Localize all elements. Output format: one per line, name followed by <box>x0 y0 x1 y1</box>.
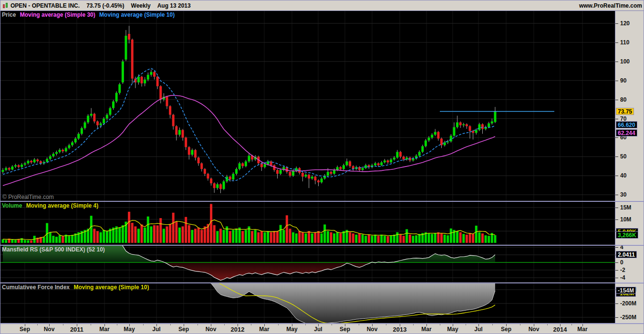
candle <box>333 170 335 174</box>
candle <box>118 84 121 93</box>
volume-bar <box>444 235 446 243</box>
candle <box>289 172 291 176</box>
x-tick-label: Jul <box>308 326 329 333</box>
candle <box>390 159 392 162</box>
volume-bar <box>481 233 484 243</box>
x-tick-label: Nov <box>200 326 221 333</box>
candle <box>301 173 304 177</box>
volume-bar <box>188 225 190 243</box>
candle <box>182 130 184 137</box>
volume-bar <box>166 226 168 243</box>
panel-separator[interactable] <box>0 323 644 324</box>
x-minor-tick-mark <box>63 324 63 325</box>
mansfield-panel-legend: Mansfield RS (S&P 500 INDEX) (52 10) <box>2 246 107 253</box>
volume-bar <box>295 233 298 243</box>
volume-bar <box>144 228 146 243</box>
candle <box>280 170 282 174</box>
price-scale-column[interactable]: 1201101009080706050403015M10M5M420-2-4-1… <box>615 11 644 324</box>
ma10-legend[interactable]: Moving average (Simple 10) <box>99 11 175 18</box>
candle <box>200 163 203 169</box>
cfi-value-badge: -154M <box>616 287 636 294</box>
cfi-ma-legend[interactable]: Moving average (Simple 10) <box>73 284 149 291</box>
y-tick-mark <box>615 62 618 62</box>
candle <box>153 72 156 77</box>
candle <box>235 169 238 174</box>
x-tick-label: 2014 <box>550 326 571 333</box>
volume-bar <box>286 215 288 243</box>
candle <box>308 175 310 178</box>
y-tick-label: -2 <box>620 267 625 273</box>
candle <box>103 119 105 124</box>
candle <box>65 148 67 151</box>
volume-bar <box>169 224 171 243</box>
y-tick-mark <box>615 219 618 220</box>
volume-bar <box>103 230 105 243</box>
y-tick-label: 80 <box>620 96 626 103</box>
candle <box>68 145 70 148</box>
volume-bar <box>245 230 247 243</box>
y-tick-mark <box>615 42 618 43</box>
volume-bar <box>292 232 294 243</box>
y-tick-mark <box>615 208 618 208</box>
volume-chart-canvas[interactable]: Volume Moving average (Simple 4) <box>0 202 615 245</box>
candlestick-icon <box>2 2 9 9</box>
candle <box>330 172 332 174</box>
x-tick-label: Sep <box>496 326 517 333</box>
title-bar: OPEN - OPENTABLE INC. 73.75 (-0.45%) Wee… <box>0 0 644 11</box>
ma30-legend[interactable]: Moving average (Simple 30) <box>20 11 95 18</box>
volume-bar <box>355 235 357 243</box>
price-chart-canvas[interactable]: Price Moving average (Simple 30) Moving … <box>0 11 615 201</box>
mansfield-chart-canvas[interactable]: Mansfield RS (S&P 500 INDEX) (52 10) <box>0 246 615 282</box>
volume-bar <box>415 235 417 243</box>
y-tick-mark <box>615 81 618 81</box>
candle <box>314 177 316 180</box>
price-plot[interactable] <box>0 11 615 201</box>
volume-bar <box>270 232 272 243</box>
volume-bar <box>59 235 61 243</box>
candle <box>52 154 54 156</box>
panel-separator[interactable] <box>0 245 644 246</box>
x-tick-label: Jul <box>146 326 167 333</box>
volume-bar <box>156 225 159 243</box>
x-minor-tick-mark <box>520 324 520 325</box>
candle <box>494 112 496 122</box>
time-axis[interactable]: SepNov2011MarMayJulSepNov2012MarMayJulSe… <box>0 324 644 334</box>
y-tick-label: 110 <box>620 39 629 46</box>
x-tick-label: Nov <box>39 326 60 333</box>
volume-bar <box>368 235 370 243</box>
volume-bar <box>260 231 263 243</box>
price-value-badge: 73.75 <box>616 108 634 115</box>
candle <box>59 150 61 152</box>
volume-bar <box>339 233 342 243</box>
candle <box>346 161 348 165</box>
candle <box>5 168 7 170</box>
cfi-panel-legend: Cumulativee Force Index Moving average (… <box>2 284 151 291</box>
x-minor-tick-mark <box>197 324 198 325</box>
panel-separator[interactable] <box>0 282 644 283</box>
cfi-chart-canvas[interactable]: Cumulativee Force Index Moving average (… <box>0 283 615 323</box>
x-tick-label: Sep <box>14 326 35 333</box>
y-tick-mark <box>615 100 618 100</box>
candle <box>216 184 218 188</box>
volume-bar <box>141 224 143 243</box>
candle <box>396 152 398 157</box>
candle <box>327 172 329 176</box>
volume-bar <box>200 230 203 243</box>
x-minor-tick-mark <box>440 324 440 325</box>
volume-ma-legend[interactable]: Moving average (Simple 4) <box>26 202 98 209</box>
candle <box>147 75 149 80</box>
x-minor-tick-mark <box>117 324 117 325</box>
candle <box>481 124 484 129</box>
timeframe-label[interactable]: Weekly <box>131 2 151 9</box>
volume-bar <box>405 229 408 243</box>
volume-bar <box>11 240 13 243</box>
y-tick-mark <box>615 317 618 318</box>
candle <box>156 77 159 86</box>
candle <box>232 174 234 179</box>
candle <box>83 122 86 128</box>
candle <box>305 175 307 177</box>
y-tick-label: 120 <box>620 20 630 27</box>
candle <box>115 93 118 102</box>
candle <box>362 168 364 170</box>
panel-separator[interactable] <box>0 201 644 202</box>
